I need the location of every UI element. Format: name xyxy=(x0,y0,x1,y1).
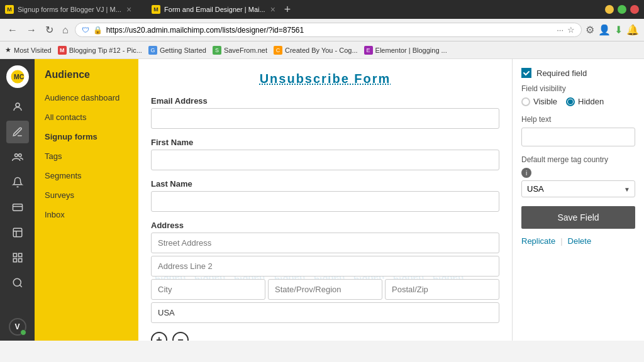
info-row: i xyxy=(521,168,635,178)
maximize-button[interactable] xyxy=(618,5,626,14)
sidebar-icon-grid[interactable] xyxy=(6,246,29,269)
city-state-postal-row xyxy=(151,279,499,300)
city-input[interactable] xyxy=(151,279,265,300)
lock-icon: 🔒 xyxy=(93,26,103,35)
notification-icon[interactable]: 🔔 xyxy=(626,24,639,36)
bookmark-created-by-you[interactable]: C Created By You - Cog... xyxy=(274,46,358,55)
sidebar-icon-users[interactable] xyxy=(6,146,29,168)
extensions-icon[interactable]: ⚙ xyxy=(586,24,594,36)
minimize-button[interactable] xyxy=(605,5,614,14)
bookmark-label: Created By You - Cog... xyxy=(285,47,358,54)
cog-icon: C xyxy=(274,46,282,55)
info-icon[interactable]: i xyxy=(521,168,531,178)
bookmark-elementor[interactable]: E Elementor | Blogging ... xyxy=(364,46,447,55)
visible-radio-outer xyxy=(521,97,530,106)
forward-button[interactable]: → xyxy=(24,23,39,37)
required-field-label: Required field xyxy=(536,69,587,78)
hidden-radio[interactable]: Hidden xyxy=(566,97,604,106)
bookmark-label: SaveFrom.net xyxy=(224,47,267,54)
bookmark-blogging[interactable]: M Blogging Tip #12 - Pic... xyxy=(58,46,142,55)
tab2-title: Form and Email Designer | Mai... xyxy=(164,6,265,13)
close-button[interactable] xyxy=(630,5,639,14)
delete-link[interactable]: Delete xyxy=(568,236,592,246)
required-field-row: Required field xyxy=(521,68,635,78)
bookmark-label: Elementor | Blogging ... xyxy=(375,47,447,54)
nav-item-signup-forms[interactable]: Signup forms xyxy=(35,127,138,146)
menu-icon[interactable]: ··· xyxy=(557,25,564,35)
replicate-link[interactable]: Replicate xyxy=(521,236,555,246)
home-button[interactable]: ⌂ xyxy=(60,23,71,37)
tab1-close[interactable]: × xyxy=(126,4,131,14)
chrome-icon: G xyxy=(148,46,157,55)
address-field-group: Address hidden hidden hidden hidden hidd… xyxy=(151,221,499,323)
favicon-mc2: M xyxy=(152,5,160,14)
visible-radio[interactable]: Visible xyxy=(521,97,557,106)
add-field-button[interactable]: + xyxy=(151,332,167,341)
nav-item-tags[interactable]: Tags xyxy=(35,146,138,166)
profile-icon[interactable]: 👤 xyxy=(598,24,611,36)
help-text-input[interactable] xyxy=(521,128,635,146)
right-panel: Required field Field visibility Visible … xyxy=(512,59,644,341)
user-status[interactable]: V xyxy=(9,318,26,336)
form-title: Unsubscribe Form xyxy=(151,72,499,86)
sidebar-icon-layout[interactable] xyxy=(6,221,29,244)
field-visibility-label: Field visibility xyxy=(521,84,635,93)
sidebar-icon-person[interactable] xyxy=(6,96,29,118)
form-footer: + − xyxy=(151,332,499,341)
main-content: Unsubscribe Form Email Address First Nam… xyxy=(138,59,644,341)
sidebar-icon-bell[interactable] xyxy=(6,171,29,194)
mailchimp-logo[interactable]: MC xyxy=(6,65,29,88)
bookmark-getting-started[interactable]: G Getting Started xyxy=(148,46,206,55)
bookmark-most-visited[interactable]: ★ Most Visited xyxy=(5,46,52,54)
svg-rect-8 xyxy=(18,253,21,256)
back-button[interactable]: ← xyxy=(5,23,20,37)
gmail-icon: M xyxy=(58,46,67,55)
country-select-wrapper: USA UK Canada ▼ xyxy=(521,180,635,197)
sidebar-icon-pencil[interactable] xyxy=(6,121,29,143)
svg-point-2 xyxy=(16,103,19,107)
new-tab-button[interactable]: + xyxy=(279,3,296,16)
save-field-button[interactable]: Save Field xyxy=(521,206,635,229)
app-container: MC V Audie xyxy=(0,59,644,341)
postal-input[interactable] xyxy=(385,279,499,300)
lastname-input[interactable] xyxy=(151,191,499,212)
refresh-button[interactable]: ↻ xyxy=(43,23,56,37)
country-select[interactable]: USA UK Canada xyxy=(521,180,635,197)
tab2-close[interactable]: × xyxy=(270,4,275,14)
visibility-radio-group: Visible Hidden xyxy=(521,97,635,106)
street-address-input[interactable] xyxy=(151,233,499,253)
remove-field-button[interactable]: − xyxy=(172,332,189,341)
form-area: Unsubscribe Form Email Address First Nam… xyxy=(138,59,512,341)
state-input[interactable] xyxy=(268,279,382,300)
url-bar[interactable]: 🛡 🔒 ··· ☆ xyxy=(75,23,582,37)
url-input[interactable] xyxy=(106,26,553,35)
country-input[interactable] xyxy=(151,302,499,323)
elementor-icon: E xyxy=(364,46,373,55)
title-bar: M Signup forms for Blogger VJ | M... × M… xyxy=(0,0,644,19)
nav-item-segments[interactable]: Segments xyxy=(35,166,138,185)
tab1-title: Signup forms for Blogger VJ | M... xyxy=(18,6,121,13)
download-icon[interactable]: ⬇ xyxy=(614,24,623,36)
svg-point-3 xyxy=(14,154,18,157)
sidebar-icon-search[interactable] xyxy=(6,272,29,294)
action-separator: | xyxy=(560,236,562,246)
sidebar-icon-card[interactable] xyxy=(6,196,29,219)
firstname-input[interactable] xyxy=(151,150,499,170)
svg-rect-10 xyxy=(18,259,21,262)
field-visibility-section: Field visibility Visible Hidden xyxy=(521,84,635,106)
email-input[interactable] xyxy=(151,108,499,129)
required-field-checkbox[interactable] xyxy=(521,68,531,78)
svg-rect-5 xyxy=(13,204,22,211)
nav-item-inbox[interactable]: Inbox xyxy=(35,205,138,224)
bookmark-savefrom[interactable]: S SaveFrom.net xyxy=(213,46,267,55)
nav-item-all-contacts[interactable]: All contacts xyxy=(35,107,138,127)
address-label: Address xyxy=(151,221,499,230)
hidden-label: Hidden xyxy=(578,97,604,106)
nav-item-surveys[interactable]: Surveys xyxy=(35,185,138,205)
merge-tag-section: Default merge tag country i USA UK Canad… xyxy=(521,155,635,197)
svg-rect-9 xyxy=(13,259,16,262)
address-line2-input[interactable] xyxy=(151,256,499,277)
nav-item-audience-dashboard[interactable]: Audience dashboard xyxy=(35,88,138,107)
bookmark-icon[interactable]: ☆ xyxy=(567,25,575,35)
security-icon: 🛡 xyxy=(82,26,89,35)
